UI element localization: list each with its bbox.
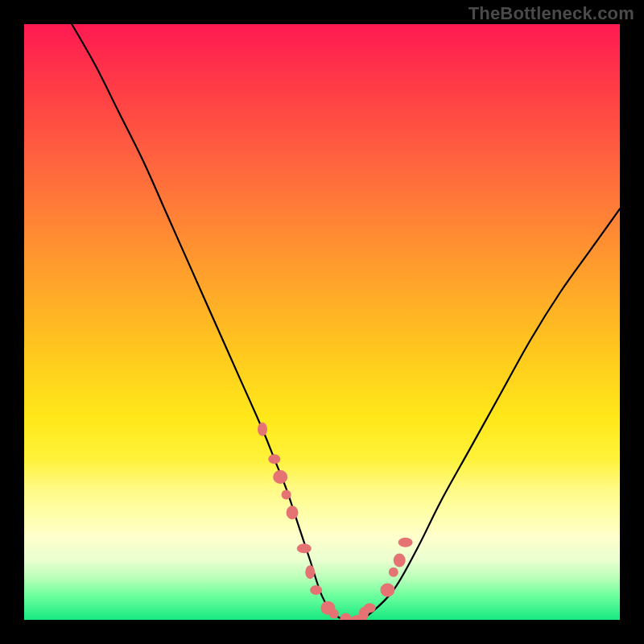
data-point bbox=[273, 470, 287, 484]
data-point bbox=[268, 454, 280, 464]
watermark-text: TheBottleneck.com bbox=[469, 3, 634, 24]
marker-group bbox=[258, 423, 413, 620]
data-point bbox=[398, 538, 413, 547]
data-point bbox=[305, 565, 315, 579]
data-point bbox=[329, 609, 339, 619]
data-point bbox=[380, 584, 394, 597]
data-point bbox=[340, 613, 352, 621]
data-point bbox=[364, 603, 376, 613]
data-point bbox=[258, 423, 267, 436]
data-point bbox=[287, 506, 299, 519]
data-point bbox=[394, 554, 406, 568]
curve-svg bbox=[24, 24, 620, 620]
bottleneck-curve bbox=[72, 24, 620, 620]
data-point bbox=[282, 490, 291, 500]
data-point bbox=[310, 585, 322, 595]
data-point bbox=[389, 568, 398, 577]
plot-area bbox=[24, 24, 620, 620]
data-point bbox=[297, 543, 312, 553]
chart-frame: TheBottleneck.com bbox=[0, 0, 644, 644]
